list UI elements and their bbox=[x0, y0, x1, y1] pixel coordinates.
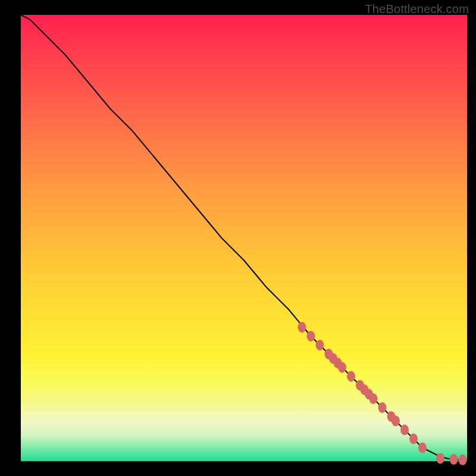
marker-dot bbox=[418, 443, 427, 453]
marker-dot bbox=[436, 453, 444, 464]
marker-dot bbox=[307, 331, 315, 342]
marker-dot bbox=[400, 425, 409, 436]
chart-svg bbox=[21, 15, 467, 461]
marker-dot bbox=[316, 340, 324, 350]
marker-dot bbox=[409, 434, 418, 444]
marker-dot bbox=[347, 371, 355, 382]
marker-dot bbox=[378, 402, 387, 413]
curve-line bbox=[21, 15, 467, 460]
marker-dot bbox=[450, 454, 458, 465]
marker-dot bbox=[459, 455, 467, 465]
marker-dot bbox=[298, 322, 306, 333]
marker-dot bbox=[338, 362, 346, 373]
marker-dot bbox=[369, 393, 378, 404]
plot-area bbox=[21, 15, 467, 461]
stage: TheBottleneck.com bbox=[0, 0, 476, 476]
marker-dot bbox=[392, 416, 400, 427]
markers-group bbox=[298, 322, 467, 465]
attribution-label: TheBottleneck.com bbox=[365, 2, 469, 16]
